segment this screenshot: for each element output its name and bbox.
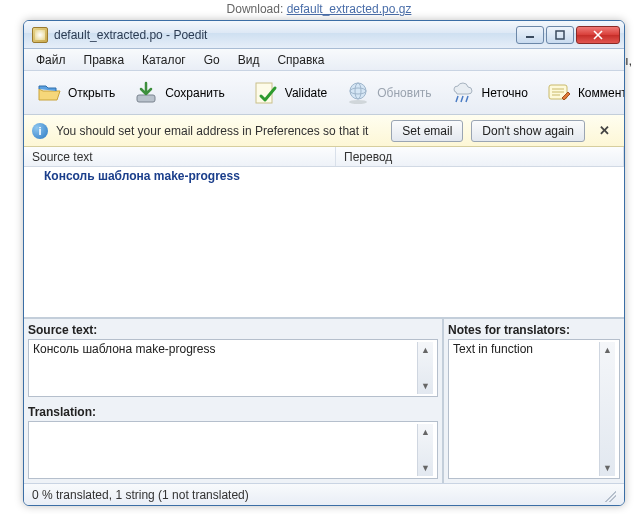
arrow-up-icon[interactable]: ▲ [418, 424, 433, 440]
svg-line-11 [461, 96, 463, 102]
translation-label: Translation: [24, 401, 442, 421]
menu-file[interactable]: Файл [28, 51, 74, 69]
fuzzy-button[interactable]: Неточно [442, 76, 536, 110]
menu-go[interactable]: Go [196, 51, 228, 69]
info-icon: i [32, 123, 48, 139]
header-source[interactable]: Source text [24, 147, 336, 166]
folder-open-icon [36, 80, 62, 106]
globe-sync-icon [345, 80, 371, 106]
menu-catalog[interactable]: Каталог [134, 51, 194, 69]
maximize-icon [555, 30, 565, 40]
cloud-rain-icon [450, 80, 476, 106]
info-bar: i You should set your email address in P… [24, 115, 624, 147]
poedit-window: default_extracted.po - Poedit Файл Правк… [23, 20, 625, 506]
translation-value[interactable] [33, 424, 417, 476]
svg-rect-1 [556, 31, 564, 39]
maximize-button[interactable] [546, 26, 574, 44]
download-label: Download: [227, 2, 284, 16]
open-button[interactable]: Открыть [28, 76, 123, 110]
save-icon [133, 80, 159, 106]
menu-edit[interactable]: Правка [76, 51, 133, 69]
notepad-pencil-icon [546, 80, 572, 106]
close-button[interactable] [576, 26, 620, 44]
arrow-down-icon[interactable]: ▼ [418, 378, 433, 394]
arrow-up-icon[interactable]: ▲ [418, 342, 433, 358]
svg-point-9 [349, 100, 367, 104]
source-text-box: Консоль шаблона make-progress ▲▼ [28, 339, 438, 397]
window-title: default_extracted.po - Poedit [54, 28, 516, 42]
svg-line-10 [456, 96, 458, 102]
column-headers: Source text Перевод [24, 147, 624, 167]
app-icon [32, 27, 48, 43]
titlebar[interactable]: default_extracted.po - Poedit [24, 21, 624, 49]
svg-point-6 [350, 83, 366, 99]
validate-label: Validate [285, 86, 327, 100]
validate-button[interactable]: Validate [245, 76, 335, 110]
translation-box[interactable]: ▲▼ [28, 421, 438, 479]
toolbar: Открыть Сохранить Validate Обновить Нет [24, 71, 624, 115]
header-translation[interactable]: Перевод [336, 147, 624, 166]
bottom-panes: Source text: Консоль шаблона make-progre… [24, 317, 624, 483]
background-download-line: Download: default_extracted.po.gz [0, 2, 638, 16]
update-button[interactable]: Обновить [337, 76, 439, 110]
menubar: Файл Правка Каталог Go Вид Справка [24, 49, 624, 71]
cell-source: Консоль шаблона make-progress [24, 169, 336, 183]
scrollbar[interactable]: ▲▼ [599, 342, 615, 476]
info-close-button[interactable]: ✕ [593, 121, 616, 140]
comment-label: Коммент [578, 86, 625, 100]
save-button[interactable]: Сохранить [125, 76, 233, 110]
info-message: You should set your email address in Pre… [56, 124, 368, 138]
arrow-down-icon[interactable]: ▼ [418, 460, 433, 476]
status-text: 0 % translated, 1 string (1 not translat… [32, 488, 249, 502]
open-label: Открыть [68, 86, 115, 100]
right-panes: Notes for translators: Text in function … [444, 319, 624, 483]
minimize-button[interactable] [516, 26, 544, 44]
scrollbar[interactable]: ▲▼ [417, 424, 433, 476]
arrow-up-icon[interactable]: ▲ [600, 342, 615, 358]
minimize-icon [525, 30, 535, 40]
fuzzy-label: Неточно [482, 86, 528, 100]
download-link[interactable]: default_extracted.po.gz [287, 2, 412, 16]
source-text-label: Source text: [24, 319, 442, 339]
menu-view[interactable]: Вид [230, 51, 268, 69]
dont-show-again-button[interactable]: Don't show again [471, 120, 585, 142]
validate-icon [253, 80, 279, 106]
set-email-button[interactable]: Set email [391, 120, 463, 142]
notes-box: Text in function ▲▼ [448, 339, 620, 479]
source-text-value: Консоль шаблона make-progress [33, 342, 417, 394]
translation-grid[interactable]: Консоль шаблона make-progress [24, 167, 624, 317]
save-label: Сохранить [165, 86, 225, 100]
notes-value: Text in function [453, 342, 599, 476]
comment-button[interactable]: Коммент [538, 76, 625, 110]
svg-rect-4 [137, 95, 155, 102]
window-buttons [516, 26, 620, 44]
notes-label: Notes for translators: [444, 319, 624, 339]
close-icon [593, 30, 603, 40]
resize-grip-icon[interactable] [602, 488, 616, 502]
left-panes: Source text: Консоль шаблона make-progre… [24, 319, 444, 483]
statusbar: 0 % translated, 1 string (1 not translat… [24, 483, 624, 505]
arrow-down-icon[interactable]: ▼ [600, 460, 615, 476]
svg-line-12 [466, 96, 468, 102]
update-label: Обновить [377, 86, 431, 100]
menu-help[interactable]: Справка [269, 51, 332, 69]
table-row[interactable]: Консоль шаблона make-progress [24, 167, 624, 185]
scrollbar[interactable]: ▲▼ [417, 342, 433, 394]
